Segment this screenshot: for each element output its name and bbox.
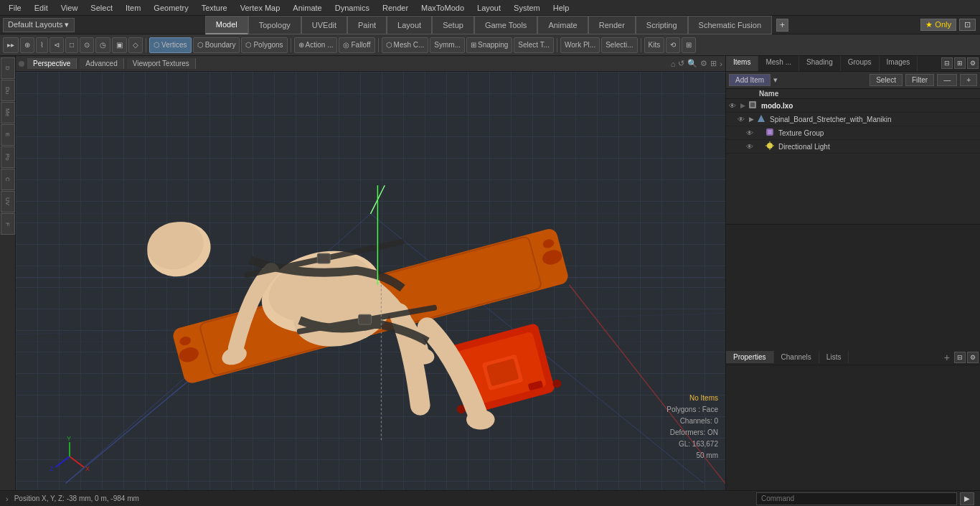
panel-expand-btn[interactable]: ⊞: [954, 57, 966, 69]
menu-geometry[interactable]: Geometry: [148, 2, 194, 14]
menu-animate[interactable]: Animate: [287, 2, 327, 14]
tab-scripting[interactable]: Scripting: [636, 16, 688, 34]
menu-vertex-map[interactable]: Vertex Map: [235, 2, 286, 14]
filter-button[interactable]: Filter: [905, 74, 934, 86]
mode-btn-box[interactable]: □: [65, 37, 78, 53]
viewport-home-btn[interactable]: ⌂: [671, 59, 676, 68]
tab-layout[interactable]: Layout: [387, 16, 432, 34]
panel-settings-btn[interactable]: ⚙: [967, 57, 979, 69]
mode-btn-1[interactable]: ▸▸: [3, 37, 19, 53]
select-button[interactable]: Select: [870, 74, 903, 86]
viewport-tab-advanced[interactable]: Advanced: [80, 58, 123, 69]
mode-btn-circle[interactable]: ⊕: [20, 37, 34, 53]
sidebar-icon-default[interactable]: D: [1, 57, 15, 79]
viewport-3d[interactable]: No Items Polygons : Face Channels: 0 Def…: [16, 72, 725, 490]
kits-btn[interactable]: Kits: [644, 37, 665, 53]
add-layout-tab-button[interactable]: +: [776, 19, 788, 32]
sidebar-icon-uv[interactable]: UV: [1, 191, 15, 212]
sidebar-icon-edit[interactable]: E: [1, 124, 15, 146]
list-item[interactable]: 👁 ▶ Spinal_Board_Stretcher_with_Manikin: [726, 113, 980, 126]
collapse-all-button[interactable]: —: [937, 74, 957, 86]
viewport-tab-textures[interactable]: Viewport Textures: [127, 58, 196, 69]
maximize-button[interactable]: ⊡: [959, 19, 976, 31]
viewport-settings-btn[interactable]: ⚙: [700, 59, 707, 68]
symm-btn[interactable]: Symm...: [430, 37, 465, 53]
props-add-button[interactable]: +: [940, 352, 954, 363]
sidebar-icon-mesh[interactable]: Me: [1, 102, 15, 123]
layout-preset-selector[interactable]: Default Layouts ▾: [3, 18, 75, 32]
panel-tab-items[interactable]: Items: [726, 56, 758, 71]
visibility-icon-3[interactable]: 👁: [746, 129, 755, 137]
viewport-zoom-btn[interactable]: 🔍: [687, 59, 697, 68]
menu-select[interactable]: Select: [85, 2, 118, 14]
menu-edit[interactable]: Edit: [29, 2, 54, 14]
list-item[interactable]: 👁 ▶ Directional Light: [726, 140, 980, 154]
panel-tab-mesh[interactable]: Mesh ...: [758, 56, 799, 71]
selecti-btn[interactable]: Selecti...: [601, 37, 637, 53]
tab-schematic-fusion[interactable]: Schematic Fusion: [688, 16, 772, 34]
workplane-btn[interactable]: Work Pl...: [560, 37, 600, 53]
menu-maxtomodo[interactable]: MaxToModo: [415, 2, 470, 14]
toggle-icon[interactable]: ›: [6, 495, 9, 503]
boundary-btn[interactable]: ⬡ Boundary: [193, 37, 240, 53]
panel-tab-images[interactable]: Images: [880, 56, 918, 71]
mode-btn-cycle[interactable]: ◷: [95, 37, 110, 53]
mode-btn-vert[interactable]: ⌇: [36, 37, 48, 53]
menu-item[interactable]: Item: [120, 2, 146, 14]
tab-animate[interactable]: Animate: [537, 16, 588, 34]
viewport-expand-btn[interactable]: ⊞: [710, 59, 717, 68]
viewport-chevron-btn[interactable]: ›: [720, 59, 722, 68]
props-tab-channels[interactable]: Channels: [774, 351, 819, 363]
sidebar-icon-dup[interactable]: Du: [1, 80, 15, 101]
menu-view[interactable]: View: [55, 2, 84, 14]
polygons-btn[interactable]: ⬡ Polygons: [241, 37, 287, 53]
list-item[interactable]: 👁 ▶ modo.lxo: [726, 99, 980, 113]
tool-icon-btn2[interactable]: ⊞: [682, 37, 696, 53]
add-item-button[interactable]: Add Item: [729, 74, 771, 86]
menu-system[interactable]: System: [508, 2, 546, 14]
mode-btn-rot[interactable]: ⊙: [80, 37, 94, 53]
tool-icon-btn1[interactable]: ⟲: [666, 37, 680, 53]
viewport-tab-perspective[interactable]: Perspective: [27, 58, 77, 69]
menu-render[interactable]: Render: [377, 2, 414, 14]
select-tool-btn[interactable]: Select T...: [514, 37, 554, 53]
mode-btn-sq[interactable]: ▣: [112, 37, 127, 53]
menu-texture[interactable]: Texture: [196, 2, 233, 14]
mesh-btn[interactable]: ⬡ Mesh C...: [382, 37, 429, 53]
command-input[interactable]: [756, 492, 957, 505]
star-only-button[interactable]: ★ Only: [920, 19, 956, 31]
viewport[interactable]: Perspective Advanced Viewport Textures ⌂…: [16, 56, 725, 490]
tab-render[interactable]: Render: [588, 16, 636, 34]
tab-game-tools[interactable]: Game Tools: [474, 16, 538, 34]
visibility-icon-4[interactable]: 👁: [746, 143, 755, 151]
snapping-btn[interactable]: ⊞ Snapping: [466, 37, 512, 53]
mode-btn-diamond[interactable]: ◇: [128, 37, 143, 53]
menu-dynamics[interactable]: Dynamics: [329, 2, 375, 14]
mode-btn-arrow[interactable]: ⊲: [50, 37, 64, 53]
visibility-icon-2[interactable]: 👁: [738, 116, 746, 123]
items-list[interactable]: 👁 ▶ modo.lxo 👁 ▶: [726, 99, 980, 224]
menu-help[interactable]: Help: [547, 2, 575, 14]
expand-all-button[interactable]: +: [960, 74, 977, 86]
visibility-icon[interactable]: 👁: [729, 102, 738, 110]
viewport-rotate-btn[interactable]: ↺: [678, 59, 684, 68]
panel-collapse-btn[interactable]: ⊟: [941, 57, 953, 69]
falloff-btn[interactable]: ◎ Falloff: [339, 37, 374, 53]
tab-paint[interactable]: Paint: [347, 16, 387, 34]
props-tab-lists[interactable]: Lists: [819, 351, 849, 363]
menu-layout[interactable]: Layout: [471, 2, 507, 14]
props-settings-btn[interactable]: ⚙: [967, 352, 979, 363]
panel-tab-groups[interactable]: Groups: [841, 56, 880, 71]
sidebar-icon-poly[interactable]: Po: [1, 146, 15, 168]
vertices-btn[interactable]: ⬡ Vertices: [149, 37, 192, 53]
props-expand-btn[interactable]: ⊟: [954, 352, 966, 363]
action-btn[interactable]: ⊕ Action ...: [294, 37, 338, 53]
list-item[interactable]: 👁 ▶ Texture Group: [726, 126, 980, 140]
tab-uvedit[interactable]: UVEdit: [301, 16, 347, 34]
tab-topology[interactable]: Topology: [248, 16, 301, 34]
panel-tab-shading[interactable]: Shading: [799, 56, 841, 71]
command-go-button[interactable]: ▶: [960, 492, 974, 505]
props-tab-properties[interactable]: Properties: [726, 351, 774, 363]
tab-setup[interactable]: Setup: [432, 16, 474, 34]
tab-model[interactable]: Model: [205, 16, 248, 34]
